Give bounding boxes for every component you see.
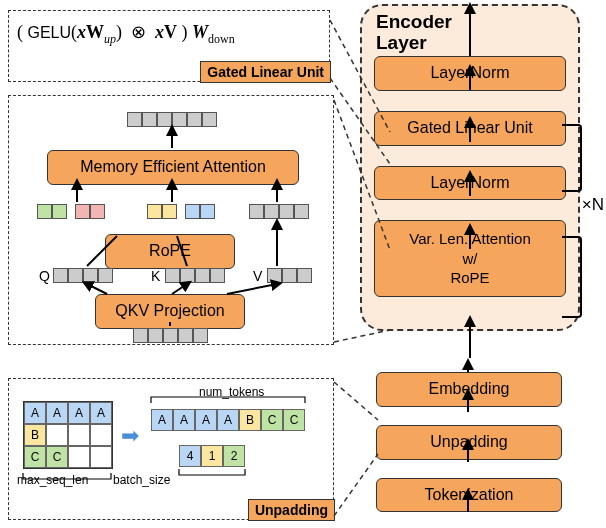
- max-seq-len-label: max_seq_len: [17, 473, 88, 487]
- q-label: Q: [39, 268, 50, 284]
- q-groups2: [75, 204, 105, 219]
- layernorm-top: LayerNorm: [374, 56, 566, 91]
- svg-line-25: [334, 382, 378, 420]
- k-groups2: [185, 204, 215, 219]
- qkv-projection: QKV Projection: [95, 294, 245, 329]
- pre-encoder-stack: Embedding Unpadding Tokenization: [376, 372, 562, 528]
- v-label: V: [253, 268, 262, 284]
- gelu-fn: GELU: [28, 24, 72, 41]
- otimes-icon: ⊗: [131, 22, 146, 42]
- unpadding-detail-box: AAAA B CC max_seq_len batch_size ➡ num_t…: [8, 378, 334, 520]
- embedding-block: Embedding: [376, 372, 562, 407]
- encoder-layer-box: Encoder Layer LayerNorm Gated Linear Uni…: [360, 4, 580, 331]
- glu-formula: ( GELU(xWup) ⊗ xV ) Wdown: [17, 21, 321, 47]
- glu-badge: Gated Linear Unit: [200, 61, 331, 83]
- gated-linear-unit-block: Gated Linear Unit: [374, 111, 566, 146]
- svg-line-26: [334, 454, 378, 516]
- k-groups: [147, 204, 177, 219]
- unpadding-badge: Unpadding: [248, 499, 335, 521]
- layernorm-bottom: LayerNorm: [374, 166, 566, 201]
- num-tokens-label: num_tokens: [199, 385, 264, 399]
- k-tokens: [165, 268, 225, 283]
- arrow-right-icon: ➡: [121, 423, 139, 449]
- lengths-row: 412: [179, 445, 245, 467]
- v-tokens2: [267, 268, 312, 283]
- residual-line-upper: [562, 124, 582, 192]
- repeat-n-label: ×N: [582, 195, 604, 215]
- svg-line-17: [87, 284, 107, 294]
- svg-line-19: [227, 284, 277, 294]
- attention-detail-box: Memory Efficient Attention RoPE Q K V: [8, 95, 334, 345]
- residual-line-lower: [562, 236, 582, 318]
- svg-line-24: [334, 330, 390, 342]
- tokenization-block: Tokenization: [376, 478, 562, 513]
- padded-grid: AAAA B CC: [23, 401, 113, 469]
- unpadding-block: Unpadding: [376, 425, 562, 460]
- encoder-column: Encoder Layer LayerNorm Gated Linear Uni…: [360, 4, 580, 331]
- var-len-attention-block: Var. Len. Attention w/ RoPE: [374, 220, 566, 297]
- encoder-title: Encoder Layer: [376, 12, 452, 54]
- svg-line-18: [172, 284, 187, 294]
- q-groups: [37, 204, 67, 219]
- k-label: K: [151, 268, 160, 284]
- q-tokens: [53, 268, 113, 283]
- flat-tokens-row: AAAABCC: [151, 409, 305, 431]
- glu-detail-box: ( GELU(xWup) ⊗ xV ) Wdown Gated Linear U…: [8, 10, 330, 82]
- attn-output-tokens: [127, 112, 217, 127]
- batch-size-label: batch_size: [113, 473, 170, 487]
- memory-efficient-attention: Memory Efficient Attention: [47, 150, 299, 185]
- qkv-input-tokens: [133, 328, 208, 343]
- v-tokens: [249, 204, 309, 219]
- rope-block: RoPE: [105, 234, 235, 269]
